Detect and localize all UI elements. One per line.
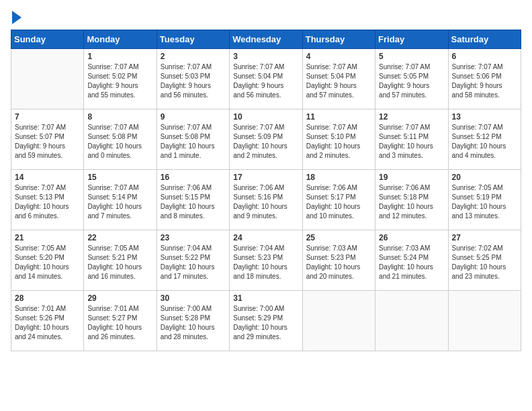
- day-number: 25: [306, 233, 371, 242]
- calendar-cell: 7Sunrise: 7:07 AM Sunset: 5:07 PM Daylig…: [11, 109, 84, 170]
- day-number: 30: [161, 293, 226, 303]
- calendar-cell: 26Sunrise: 7:03 AM Sunset: 5:24 PM Dayli…: [375, 230, 448, 291]
- day-number: 2: [161, 52, 226, 61]
- day-number: 4: [306, 52, 371, 61]
- day-info: Sunrise: 7:05 AM Sunset: 5:19 PM Dayligh…: [452, 183, 517, 221]
- day-number: 21: [15, 233, 80, 242]
- day-info: Sunrise: 7:04 AM Sunset: 5:23 PM Dayligh…: [233, 244, 298, 281]
- calendar-cell: [302, 291, 375, 351]
- calendar-week-row: 14Sunrise: 7:07 AM Sunset: 5:13 PM Dayli…: [11, 170, 521, 230]
- day-info: Sunrise: 7:07 AM Sunset: 5:07 PM Dayligh…: [15, 123, 80, 161]
- calendar-cell: 29Sunrise: 7:01 AM Sunset: 5:27 PM Dayli…: [84, 291, 157, 351]
- calendar-week-row: 7Sunrise: 7:07 AM Sunset: 5:07 PM Daylig…: [11, 109, 521, 170]
- calendar-week-row: 21Sunrise: 7:05 AM Sunset: 5:20 PM Dayli…: [11, 230, 521, 291]
- day-info: Sunrise: 7:07 AM Sunset: 5:11 PM Dayligh…: [379, 123, 444, 161]
- day-number: 7: [15, 112, 80, 122]
- calendar-cell: 10Sunrise: 7:07 AM Sunset: 5:09 PM Dayli…: [230, 109, 302, 170]
- day-info: Sunrise: 7:07 AM Sunset: 5:03 PM Dayligh…: [161, 62, 226, 100]
- calendar-cell: 16Sunrise: 7:06 AM Sunset: 5:15 PM Dayli…: [157, 170, 229, 230]
- calendar-week-row: 28Sunrise: 7:01 AM Sunset: 5:26 PM Dayli…: [11, 291, 521, 351]
- day-info: Sunrise: 7:02 AM Sunset: 5:25 PM Dayligh…: [452, 244, 517, 281]
- calendar-day-header: Sunday: [11, 30, 84, 49]
- calendar-week-row: 1Sunrise: 7:07 AM Sunset: 5:02 PM Daylig…: [11, 49, 521, 109]
- day-number: 24: [233, 233, 298, 242]
- calendar-cell: [375, 291, 448, 351]
- calendar-cell: 4Sunrise: 7:07 AM Sunset: 5:04 PM Daylig…: [302, 49, 375, 109]
- day-info: Sunrise: 7:03 AM Sunset: 5:24 PM Dayligh…: [379, 244, 444, 281]
- calendar-cell: 14Sunrise: 7:07 AM Sunset: 5:13 PM Dayli…: [11, 170, 84, 230]
- day-number: 22: [87, 233, 152, 242]
- calendar-cell: 13Sunrise: 7:07 AM Sunset: 5:12 PM Dayli…: [448, 109, 521, 170]
- day-info: Sunrise: 7:07 AM Sunset: 5:12 PM Dayligh…: [452, 123, 517, 161]
- day-info: Sunrise: 7:07 AM Sunset: 5:04 PM Dayligh…: [233, 62, 298, 100]
- day-info: Sunrise: 7:07 AM Sunset: 5:06 PM Dayligh…: [452, 62, 517, 100]
- page-header: [11, 11, 521, 21]
- day-number: 18: [306, 173, 371, 182]
- day-number: 3: [233, 52, 298, 61]
- calendar-cell: 25Sunrise: 7:03 AM Sunset: 5:23 PM Dayli…: [302, 230, 375, 291]
- calendar-cell: 15Sunrise: 7:07 AM Sunset: 5:14 PM Dayli…: [84, 170, 157, 230]
- day-number: 5: [379, 52, 444, 61]
- calendar-cell: 1Sunrise: 7:07 AM Sunset: 5:02 PM Daylig…: [84, 49, 157, 109]
- day-info: Sunrise: 7:04 AM Sunset: 5:22 PM Dayligh…: [161, 244, 226, 281]
- day-number: 1: [87, 52, 152, 61]
- day-number: 17: [233, 173, 298, 182]
- day-number: 13: [452, 112, 517, 122]
- day-number: 19: [379, 173, 444, 182]
- calendar-cell: 18Sunrise: 7:06 AM Sunset: 5:17 PM Dayli…: [302, 170, 375, 230]
- day-number: 27: [452, 233, 517, 242]
- calendar-cell: 17Sunrise: 7:06 AM Sunset: 5:16 PM Dayli…: [230, 170, 302, 230]
- calendar-day-header: Wednesday: [230, 30, 302, 49]
- calendar-cell: 31Sunrise: 7:00 AM Sunset: 5:29 PM Dayli…: [230, 291, 302, 351]
- day-info: Sunrise: 7:07 AM Sunset: 5:13 PM Dayligh…: [15, 183, 80, 221]
- day-info: Sunrise: 7:07 AM Sunset: 5:08 PM Dayligh…: [161, 123, 226, 161]
- calendar-cell: 27Sunrise: 7:02 AM Sunset: 5:25 PM Dayli…: [448, 230, 521, 291]
- day-number: 9: [161, 112, 226, 122]
- calendar-cell: 5Sunrise: 7:07 AM Sunset: 5:05 PM Daylig…: [375, 49, 448, 109]
- day-number: 20: [452, 173, 517, 182]
- calendar-cell: 2Sunrise: 7:07 AM Sunset: 5:03 PM Daylig…: [157, 49, 229, 109]
- day-number: 29: [87, 293, 152, 303]
- day-number: 28: [15, 293, 80, 303]
- calendar-cell: 24Sunrise: 7:04 AM Sunset: 5:23 PM Dayli…: [230, 230, 302, 291]
- calendar-day-header: Tuesday: [157, 30, 229, 49]
- calendar-day-header: Monday: [84, 30, 157, 49]
- day-info: Sunrise: 7:05 AM Sunset: 5:20 PM Dayligh…: [15, 244, 80, 281]
- day-info: Sunrise: 7:07 AM Sunset: 5:02 PM Dayligh…: [87, 62, 152, 100]
- day-info: Sunrise: 7:07 AM Sunset: 5:08 PM Dayligh…: [87, 123, 152, 161]
- calendar-cell: 3Sunrise: 7:07 AM Sunset: 5:04 PM Daylig…: [230, 49, 302, 109]
- day-info: Sunrise: 7:07 AM Sunset: 5:05 PM Dayligh…: [379, 62, 444, 100]
- day-info: Sunrise: 7:07 AM Sunset: 5:10 PM Dayligh…: [306, 123, 371, 161]
- calendar-table: SundayMondayTuesdayWednesdayThursdayFrid…: [11, 30, 521, 351]
- day-number: 10: [233, 112, 298, 122]
- day-info: Sunrise: 7:06 AM Sunset: 5:15 PM Dayligh…: [161, 183, 226, 221]
- day-info: Sunrise: 7:07 AM Sunset: 5:14 PM Dayligh…: [87, 183, 152, 221]
- logo: [11, 11, 21, 21]
- day-info: Sunrise: 7:06 AM Sunset: 5:17 PM Dayligh…: [306, 183, 371, 221]
- calendar-cell: 19Sunrise: 7:06 AM Sunset: 5:18 PM Dayli…: [375, 170, 448, 230]
- calendar-day-header: Saturday: [448, 30, 521, 49]
- calendar-day-header: Thursday: [302, 30, 375, 49]
- calendar-cell: [448, 291, 521, 351]
- calendar-cell: 12Sunrise: 7:07 AM Sunset: 5:11 PM Dayli…: [375, 109, 448, 170]
- calendar-cell: 22Sunrise: 7:05 AM Sunset: 5:21 PM Dayli…: [84, 230, 157, 291]
- day-number: 8: [87, 112, 152, 122]
- calendar-cell: 9Sunrise: 7:07 AM Sunset: 5:08 PM Daylig…: [157, 109, 229, 170]
- day-info: Sunrise: 7:06 AM Sunset: 5:18 PM Dayligh…: [379, 183, 444, 221]
- day-info: Sunrise: 7:06 AM Sunset: 5:16 PM Dayligh…: [233, 183, 298, 221]
- day-info: Sunrise: 7:03 AM Sunset: 5:23 PM Dayligh…: [306, 244, 371, 281]
- day-number: 6: [452, 52, 517, 61]
- day-number: 16: [161, 173, 226, 182]
- day-info: Sunrise: 7:07 AM Sunset: 5:09 PM Dayligh…: [233, 123, 298, 161]
- day-info: Sunrise: 7:05 AM Sunset: 5:21 PM Dayligh…: [87, 244, 152, 281]
- day-number: 14: [15, 173, 80, 182]
- day-info: Sunrise: 7:07 AM Sunset: 5:04 PM Dayligh…: [306, 62, 371, 100]
- calendar-day-header: Friday: [375, 30, 448, 49]
- day-info: Sunrise: 7:01 AM Sunset: 5:26 PM Dayligh…: [15, 304, 80, 342]
- day-number: 12: [379, 112, 444, 122]
- day-info: Sunrise: 7:01 AM Sunset: 5:27 PM Dayligh…: [87, 304, 152, 342]
- logo-arrow-icon: [12, 11, 21, 24]
- day-number: 15: [87, 173, 152, 182]
- calendar-cell: 28Sunrise: 7:01 AM Sunset: 5:26 PM Dayli…: [11, 291, 84, 351]
- calendar-cell: 20Sunrise: 7:05 AM Sunset: 5:19 PM Dayli…: [448, 170, 521, 230]
